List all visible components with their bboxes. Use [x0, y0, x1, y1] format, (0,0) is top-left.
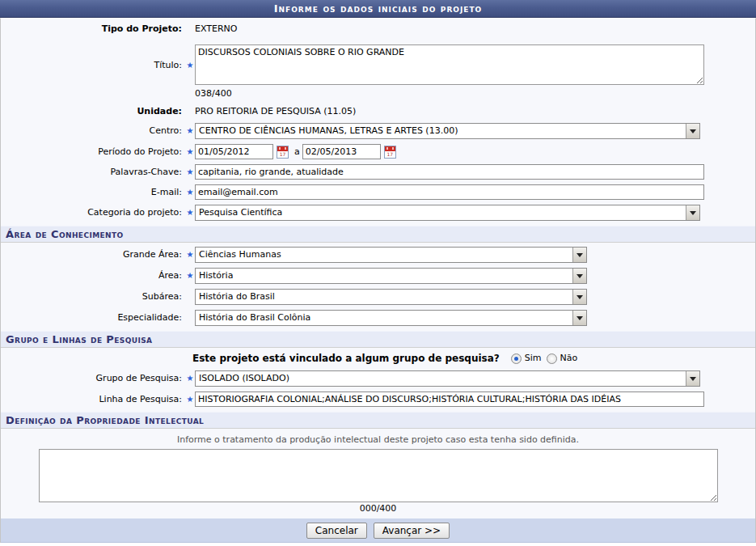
required-icon: [185, 44, 195, 72]
chevron-down-icon[interactable]: [572, 269, 586, 283]
cancel-button[interactable]: Cancelar: [306, 523, 367, 539]
row-titulo: Título: DISCURSOS COLONIAIS SOBRE O RIO …: [1, 38, 755, 103]
required-icon: [185, 393, 195, 406]
chevron-down-icon[interactable]: [572, 290, 586, 304]
centro-select-value: CENTRO DE CIÊNCIAS HUMANAS, LETRAS E ART…: [196, 124, 686, 138]
section-propriedade-intelectual: Definição da Propriedade Intelectual: [1, 412, 755, 429]
centro-label: Centro:: [1, 125, 185, 138]
row-tipo-projeto: Tipo do Projeto: EXTERNO: [1, 19, 755, 38]
radio-nao-label[interactable]: Não: [560, 353, 578, 364]
titulo-textarea[interactable]: DISCURSOS COLONIAIS SOBRE O RIO GRANDE: [195, 44, 704, 85]
categoria-select-value: Pesquisa Científica: [196, 205, 686, 220]
categoria-label: Categoria do projeto:: [1, 206, 185, 219]
unidade-value: PRO REITORIA DE PESQUISA (11.05): [195, 105, 356, 118]
titulo-label: Título:: [1, 44, 185, 72]
required-icon: [185, 206, 195, 219]
grande-area-select[interactable]: Ciências Humanas: [195, 247, 587, 263]
propriedade-textarea[interactable]: [39, 449, 718, 502]
row-especialidade: Especialidade: História do Brasil Colôni…: [1, 307, 755, 331]
especialidade-select-value: História do Brasil Colônia: [196, 311, 572, 325]
page-title: Informe os dados iniciais do projeto: [0, 0, 756, 18]
row-linha-pesquisa: Linha de Pesquisa:: [1, 389, 755, 412]
linha-pesquisa-label: Linha de Pesquisa:: [1, 393, 185, 406]
button-bar: Cancelar Avançar >>: [1, 518, 755, 543]
grupo-pesquisa-select-value: ISOLADO (ISOLADO): [196, 371, 686, 386]
tipo-projeto-label: Tipo do Projeto:: [1, 23, 185, 36]
required-icon: [185, 146, 195, 159]
especialidade-label: Especialidade:: [1, 311, 185, 324]
required-icon: [185, 372, 195, 385]
centro-select[interactable]: CENTRO DE CIÊNCIAS HUMANAS, LETRAS E ART…: [195, 123, 700, 139]
row-centro: Centro: CENTRO DE CIÊNCIAS HUMANAS, LETR…: [1, 121, 755, 142]
subarea-label: Subárea:: [1, 290, 185, 303]
chevron-down-icon[interactable]: [572, 311, 586, 325]
periodo-end-input[interactable]: [302, 144, 381, 159]
row-grupo-pesquisa: Grupo de Pesquisa: ISOLADO (ISOLADO): [1, 368, 755, 389]
chevron-down-icon[interactable]: [572, 248, 586, 262]
unidade-label: Unidade:: [1, 105, 185, 118]
section-area-conhecimento: Área de Conhecimento: [1, 226, 755, 243]
row-email: E-mail:: [1, 182, 755, 202]
periodo-label: Período do Projeto:: [1, 146, 185, 159]
area-select-value: História: [196, 269, 572, 283]
subarea-select-value: História do Brasil: [196, 290, 572, 304]
required-icon: [185, 248, 195, 261]
section-grupo-linhas: Grupo e Linhas de Pesquisa: [1, 331, 755, 348]
palavras-chave-label: Palavras-Chave:: [1, 166, 185, 179]
grupo-pesquisa-select[interactable]: ISOLADO (ISOLADO): [195, 370, 700, 387]
area-select[interactable]: História: [195, 268, 587, 284]
next-button[interactable]: Avançar >>: [374, 523, 450, 539]
grande-area-select-value: Ciências Humanas: [196, 248, 572, 262]
periodo-separator: a: [292, 146, 302, 159]
row-palavras-chave: Palavras-Chave:: [1, 162, 755, 182]
linha-pesquisa-input[interactable]: [195, 392, 704, 407]
row-area: Área: História: [1, 265, 755, 286]
categoria-select[interactable]: Pesquisa Científica: [195, 205, 700, 221]
chevron-down-icon[interactable]: [686, 371, 699, 386]
required-icon: [185, 269, 195, 282]
palavras-chave-input[interactable]: [195, 164, 704, 180]
titulo-counter: 038/400: [195, 87, 704, 100]
email-label: E-mail:: [1, 186, 185, 199]
row-grupo-question: Este projeto está vinculado a algum grup…: [1, 348, 755, 368]
area-label: Área:: [1, 269, 185, 282]
subarea-select[interactable]: História do Brasil: [195, 289, 587, 305]
calendar-icon[interactable]: 17: [384, 146, 396, 159]
radio-nao[interactable]: [547, 353, 557, 364]
chevron-down-icon[interactable]: [686, 205, 699, 220]
especialidade-select[interactable]: História do Brasil Colônia: [195, 310, 587, 326]
grupo-pesquisa-label: Grupo de Pesquisa:: [1, 372, 185, 385]
row-categoria: Categoria do projeto: Pesquisa Científic…: [1, 202, 755, 226]
row-subarea: Subárea: História do Brasil: [1, 286, 755, 307]
grupo-question-text: Este projeto está vinculado a algum grup…: [192, 353, 506, 364]
radio-sim[interactable]: [511, 353, 522, 364]
chevron-down-icon[interactable]: [686, 124, 699, 138]
tipo-projeto-value: EXTERNO: [195, 23, 238, 36]
required-icon: [185, 125, 195, 138]
calendar-icon[interactable]: 17: [277, 146, 289, 159]
row-periodo: Período do Projeto: 17 a 17: [1, 142, 755, 162]
grande-area-label: Grande Área:: [1, 248, 185, 261]
email-input[interactable]: [195, 184, 704, 200]
row-grande-area: Grande Área: Ciências Humanas: [1, 243, 755, 265]
periodo-start-input[interactable]: [195, 144, 273, 159]
required-icon: [185, 166, 195, 179]
row-unidade: Unidade: PRO REITORIA DE PESQUISA (11.05…: [1, 103, 755, 121]
radio-sim-label[interactable]: Sim: [525, 353, 542, 364]
required-icon: [185, 186, 195, 199]
propriedade-hint: Informe o tratamento da produção intelec…: [1, 429, 755, 449]
project-form: Tipo do Projeto: EXTERNO Título: DISCURS…: [0, 18, 756, 543]
propriedade-counter: 000/400: [1, 502, 755, 515]
